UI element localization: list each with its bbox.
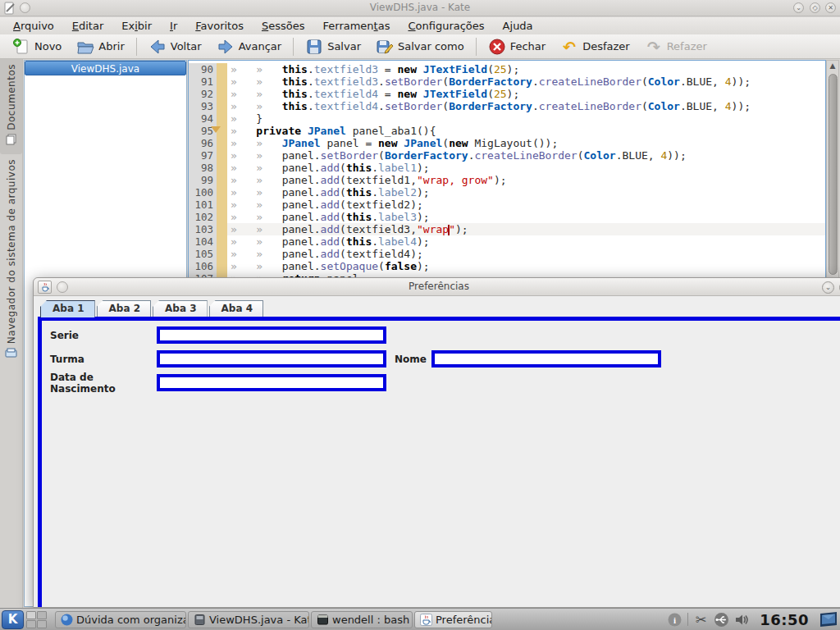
pager-desktop-1[interactable] [26, 611, 36, 619]
toolbar-button-label: Voltar [171, 40, 202, 52]
close-icon[interactable]: ✕ [825, 2, 836, 13]
menu-editar[interactable]: Editar [64, 18, 112, 34]
form-row: Data de Nascimento [50, 374, 840, 391]
code-line: 92» » this.textfield4 = new JTextField(2… [189, 88, 825, 100]
salvar-button[interactable]: Salvar [298, 36, 368, 57]
task-viewdhs-java-kate[interactable]: ViewDHS.java - Kate [188, 611, 309, 628]
toolbar-separator [476, 38, 477, 56]
usb-icon[interactable] [714, 612, 729, 628]
line-number: 103 [189, 223, 217, 235]
task-label: wendell : bash [332, 614, 409, 626]
fold-column [217, 137, 227, 149]
desfazer-button[interactable]: ↶Desfazer [553, 36, 637, 57]
menu-ajuda[interactable]: Ajuda [495, 18, 541, 34]
floppy-save-icon [305, 38, 323, 56]
nome-field[interactable] [431, 350, 661, 368]
menu-arquivo[interactable]: Arquivo [5, 18, 62, 34]
code-text: » » this.textfield4.setBorder(BorderFact… [227, 100, 825, 112]
minimize-icon[interactable]: ⌄ [793, 2, 804, 13]
salvar-como-button[interactable]: Salvar como [368, 36, 472, 57]
tab-aba-2[interactable]: Aba 2 [97, 300, 152, 317]
code-line: 105» » panel.add(textfield4); [189, 248, 825, 260]
fold-column [217, 235, 227, 248]
code-line: 103» » panel.add(textfield3,"wrap"); [189, 223, 825, 235]
line-number: 94 [189, 112, 217, 125]
serie-field[interactable] [157, 326, 386, 344]
code-text: » » JPanel panel = new JPanel(new MigLay… [227, 137, 825, 149]
line-number: 102 [189, 211, 217, 223]
pager-desktop-4[interactable] [37, 620, 47, 628]
fold-column [217, 248, 227, 260]
tab-aba-3[interactable]: Aba 3 [153, 300, 208, 317]
abrir-button[interactable]: Abrir [69, 36, 131, 57]
maximize-icon[interactable]: ◇ [810, 2, 820, 13]
line-number: 105 [189, 248, 217, 260]
line-number: 104 [189, 235, 217, 248]
desktop: ViewDHS.java - Kate ⌄ ◇ ✕ ArquivoEditarE… [0, 0, 840, 630]
document-list-item[interactable]: ViewDHS.java [25, 61, 186, 75]
system-tray: i ✂ 16:50 [667, 611, 840, 628]
code-text: » » panel.setOpaque(false); [227, 260, 825, 272]
redo-icon: ↷ [645, 38, 663, 56]
show-desktop-icon[interactable] [819, 611, 838, 628]
turma-label: Turma [50, 354, 157, 365]
info-icon[interactable]: i [667, 612, 682, 628]
fold-column [217, 211, 227, 223]
menu-ferramentas[interactable]: Ferramentas [315, 18, 399, 34]
scrollbar-up-icon[interactable]: ▲ [827, 61, 838, 72]
fold-marker-icon[interactable] [217, 125, 227, 137]
line-number: 92 [189, 88, 217, 100]
fold-column [217, 186, 227, 199]
nascimento-field[interactable] [157, 374, 386, 391]
code-line: 99» » panel.add(textfield1,"wrap, grow")… [189, 174, 825, 186]
volume-icon[interactable] [734, 612, 750, 628]
undo-icon: ↶ [560, 38, 578, 56]
kde-menu-button[interactable]: K [2, 610, 24, 629]
task-preferencias[interactable]: Preferências [414, 611, 492, 628]
menu-ir[interactable]: Ir [162, 18, 185, 34]
tab-aba-4[interactable]: Aba 4 [209, 300, 264, 317]
line-number: 101 [189, 199, 217, 211]
task-buttons: Dúvida com organizaçViewDHS.java - Katew… [55, 611, 492, 628]
desktop-pager[interactable] [26, 611, 47, 628]
code-line: 98» » panel.add(this.label1); [189, 162, 825, 174]
code-text: » » panel.add(this.label1); [227, 162, 825, 174]
voltar-button[interactable]: Voltar [141, 36, 209, 57]
java-cup-icon [420, 614, 432, 626]
task-duvida-com-organizac[interactable]: Dúvida com organizaç [55, 611, 186, 628]
fechar-button[interactable]: Fechar [481, 36, 553, 57]
task-label: Preferências [436, 614, 492, 626]
turma-field[interactable] [157, 350, 386, 368]
terminal-icon [317, 614, 329, 626]
menu-sessoes[interactable]: Sessões [253, 18, 313, 34]
code-line: 90» » this.textfield3 = new JTextField(2… [189, 63, 825, 75]
open-folder-icon [76, 38, 94, 56]
arrow-right-icon [217, 38, 235, 56]
tab-aba-1[interactable]: Aba 1 [40, 300, 95, 317]
sidebar-tab-navegador-do-sistema-de-arquivos[interactable]: Navegador do sistema de arquivos [0, 154, 22, 368]
avancar-button[interactable]: Avançar [209, 36, 290, 57]
novo-button[interactable]: Novo [5, 36, 69, 57]
code-text: » » panel.add(this.label4); [227, 235, 825, 248]
menu-exibir[interactable]: Exibir [113, 18, 160, 34]
code-text: » } [227, 112, 825, 125]
menu-configuracoes[interactable]: Configurações [399, 18, 492, 34]
preferences-titlebar[interactable]: Preferências ⌄ [34, 278, 840, 296]
sidebar-tab-documentos[interactable]: Documentos [0, 59, 22, 154]
toolbar-button-label: Salvar como [398, 40, 464, 52]
preferences-title: Preferências [34, 281, 840, 292]
line-number: 93 [189, 100, 217, 112]
pager-desktop-3[interactable] [26, 620, 36, 628]
pager-desktop-2[interactable] [37, 611, 47, 619]
task-wendell-bash[interactable]: wendell : bash [311, 611, 413, 628]
menu-favoritos[interactable]: Favoritos [187, 18, 252, 34]
shade-icon[interactable]: ⌄ [822, 281, 834, 294]
scrollbar-thumb[interactable] [829, 74, 838, 275]
scissors-klipper-icon[interactable]: ✂ [693, 612, 709, 628]
arrow-left-icon [148, 38, 167, 56]
serie-label: Serie [50, 330, 157, 341]
code-line: 104» » panel.add(this.label4); [189, 235, 825, 248]
toolbar-button-label: Avançar [239, 40, 282, 52]
fold-column [217, 149, 227, 162]
task-label: Dúvida com organizaç [76, 614, 186, 626]
